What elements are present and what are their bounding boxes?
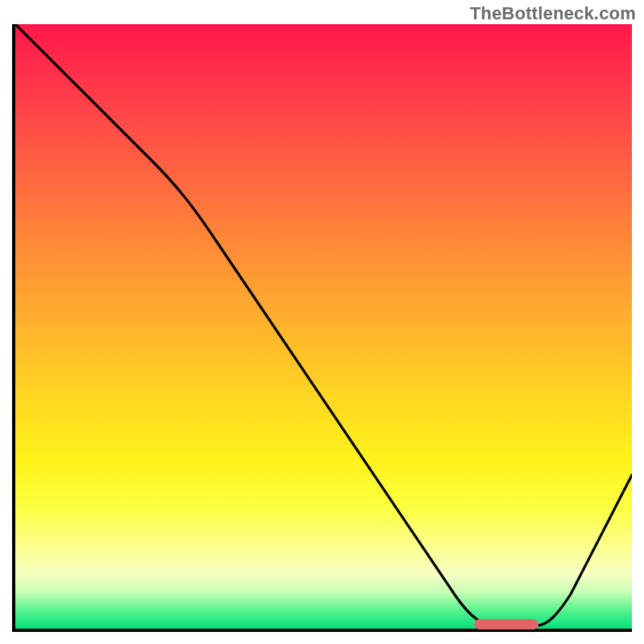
plot-area: [12, 24, 632, 632]
watermark-text: TheBottleneck.com: [470, 3, 636, 24]
optimal-range-marker: [474, 619, 539, 630]
bottleneck-chart: TheBottleneck.com: [0, 0, 644, 644]
bottleneck-curve: [15, 24, 632, 629]
curve-path: [15, 24, 632, 625]
